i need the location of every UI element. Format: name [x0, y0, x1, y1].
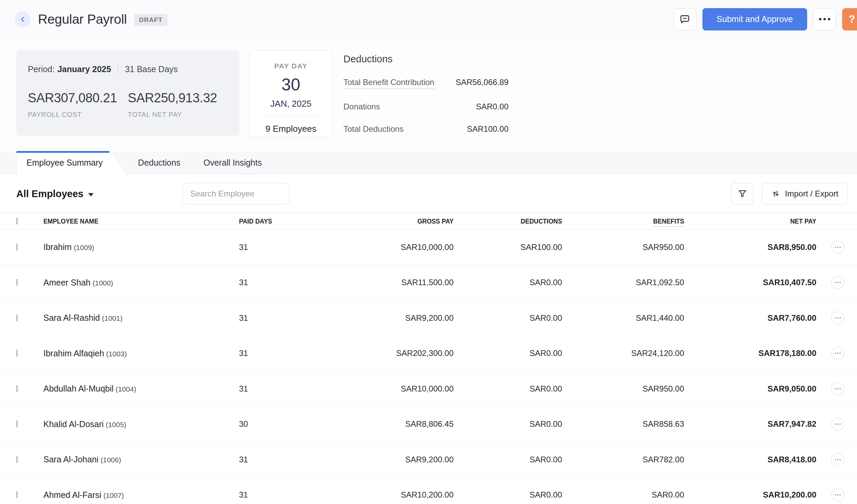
- ellipsis-icon: [835, 247, 836, 248]
- net-pay-cell: SAR8,950.00: [684, 243, 816, 252]
- total-benefit-contribution-label[interactable]: Total Benefit Contribution: [343, 77, 434, 89]
- payday-month-year: JAN, 2025: [250, 99, 332, 109]
- row-checkbox[interactable]: [16, 279, 18, 286]
- employee-name-link[interactable]: Ibrahim: [44, 242, 71, 252]
- row-checkbox[interactable]: [16, 420, 18, 428]
- employee-name-link[interactable]: Khalid Al-Dosari: [44, 419, 104, 429]
- payday-label: PAY DAY: [250, 62, 332, 70]
- table-row: Ahmed Al-Farsi(1007) 31 SAR10,200.00 SAR…: [0, 477, 857, 504]
- row-actions-button[interactable]: [831, 312, 844, 325]
- row-actions-button[interactable]: [831, 453, 844, 466]
- employee-filter-dropdown[interactable]: All Employees: [16, 188, 94, 199]
- employee-name-link[interactable]: Sara Al-Johani: [44, 454, 99, 464]
- ellipsis-icon: [819, 18, 821, 20]
- benefits-cell: SAR24,120.00: [562, 349, 684, 358]
- deductions-cell: SAR0.00: [454, 384, 562, 394]
- filter-button[interactable]: [731, 183, 754, 205]
- payroll-cost-label: PAYROLL COST: [28, 111, 128, 119]
- deductions-cell: SAR0.00: [454, 349, 562, 358]
- row-checkbox[interactable]: [16, 350, 18, 357]
- row-actions-button[interactable]: [831, 241, 844, 254]
- row-checkbox[interactable]: [16, 244, 18, 251]
- row-checkbox[interactable]: [16, 385, 18, 392]
- submit-and-approve-button[interactable]: Submit and Approve: [702, 8, 807, 31]
- total-deductions-value: SAR100.00: [467, 124, 508, 134]
- benefits-cell: SAR0.00: [562, 490, 684, 500]
- row-checkbox[interactable]: [16, 456, 18, 463]
- net-pay-cell: SAR7,947.82: [684, 419, 816, 429]
- row-checkbox[interactable]: [16, 314, 18, 321]
- tab-bar: Employee Summary Deductions Overall Insi…: [0, 151, 857, 175]
- employee-id: (1005): [106, 421, 127, 429]
- table-toolbar: All Employees Import / Export: [0, 175, 857, 213]
- help-button[interactable]: ?: [842, 8, 857, 31]
- row-actions-button[interactable]: [831, 418, 844, 431]
- net-pay-cell: SAR10,407.50: [684, 278, 816, 287]
- search-input[interactable]: [190, 189, 295, 198]
- donations-label: Donations: [343, 102, 380, 111]
- table-row: Ameer Shah(1000) 31 SAR11,500.00 SAR0.00…: [0, 265, 857, 301]
- row-checkbox[interactable]: [16, 491, 18, 498]
- paid-days-cell: 30: [220, 419, 308, 429]
- back-button[interactable]: [15, 12, 31, 27]
- deductions-heading: Deductions: [343, 53, 508, 65]
- ellipsis-icon: [835, 317, 836, 319]
- comments-button[interactable]: [674, 8, 696, 31]
- table-row: Ibrahim Alfaqieh(1003) 31 SAR202,300.00 …: [0, 336, 857, 371]
- import-export-button[interactable]: Import / Export: [762, 183, 847, 205]
- deductions-cell: SAR0.00: [454, 278, 562, 287]
- tab-employee-summary[interactable]: Employee Summary: [16, 151, 127, 174]
- period-label: Period:: [28, 64, 54, 74]
- employee-search[interactable]: [182, 183, 289, 205]
- payday-day: 30: [250, 75, 332, 94]
- status-badge: DRAFT: [134, 14, 167, 26]
- tab-deductions[interactable]: Deductions: [127, 151, 192, 174]
- employee-id: (1004): [116, 385, 136, 393]
- payroll-cost-value: SAR307,080.21: [28, 91, 128, 105]
- total-net-pay-label: TOTAL NET PAY: [128, 111, 228, 119]
- period-card: Period: January 2025 31 Base Days SAR307…: [16, 50, 239, 136]
- row-actions-button[interactable]: [831, 347, 844, 360]
- employee-name-link[interactable]: Sara Al-Rashid: [44, 313, 100, 323]
- employee-id: (1007): [103, 491, 124, 499]
- select-all-checkbox[interactable]: [16, 218, 18, 225]
- employee-name-link[interactable]: Ahmed Al-Farsi: [44, 490, 101, 500]
- benefits-cell: SAR1,440.00: [562, 313, 684, 323]
- table-row: Khalid Al-Dosari(1005) 30 SAR8,806.45 SA…: [0, 407, 857, 442]
- table-row: Ibrahim(1009) 31 SAR10,000.00 SAR100.00 …: [0, 230, 857, 265]
- gross-pay-cell: SAR202,300.00: [308, 349, 454, 358]
- employee-name-link[interactable]: Abdullah Al-Muqbil: [44, 384, 114, 393]
- ellipsis-icon: [835, 494, 836, 496]
- row-actions-button[interactable]: [831, 276, 844, 289]
- payday-employee-count: 9 Employees: [250, 124, 332, 134]
- employee-id: (1009): [73, 244, 94, 251]
- divider: [260, 117, 322, 117]
- column-benefits[interactable]: BENEFITS: [577, 217, 684, 225]
- employee-name-link[interactable]: Ameer Shah: [44, 278, 90, 287]
- ellipsis-icon: [835, 353, 836, 354]
- payroll-run-page: Regular Payroll DRAFT Submit and Approve…: [0, 0, 857, 504]
- employee-id: (1001): [102, 314, 123, 322]
- row-actions-button[interactable]: [831, 488, 844, 501]
- net-pay-cell: SAR10,200.00: [684, 490, 816, 500]
- paid-days-cell: 31: [220, 384, 308, 394]
- column-paid-days: PAID DAYS: [239, 217, 272, 225]
- base-days: 31 Base Days: [125, 64, 178, 74]
- employee-name-link[interactable]: Ibrahim Alfaqieh: [44, 349, 104, 358]
- paid-days-cell: 31: [220, 490, 308, 500]
- total-benefit-contribution-value: SAR56,066.89: [456, 77, 508, 87]
- more-options-button[interactable]: [813, 8, 836, 31]
- caret-down-icon: [88, 193, 94, 196]
- payday-card: PAY DAY 30 JAN, 2025 9 Employees: [250, 50, 332, 137]
- ellipsis-icon: [835, 423, 836, 425]
- tab-overall-insights[interactable]: Overall Insights: [192, 151, 273, 174]
- employee-id: (1006): [101, 456, 121, 464]
- employee-id: (1003): [106, 350, 127, 358]
- net-pay-cell: SAR8,418.00: [684, 455, 816, 464]
- column-net-pay: NET PAY: [700, 217, 816, 225]
- total-deductions-label: Total Deductions: [343, 124, 403, 134]
- gross-pay-cell: SAR11,500.00: [308, 278, 454, 287]
- deductions-summary: Deductions Total Benefit Contribution SA…: [343, 50, 508, 134]
- row-actions-button[interactable]: [831, 382, 844, 395]
- benefits-cell: SAR950.00: [562, 243, 684, 252]
